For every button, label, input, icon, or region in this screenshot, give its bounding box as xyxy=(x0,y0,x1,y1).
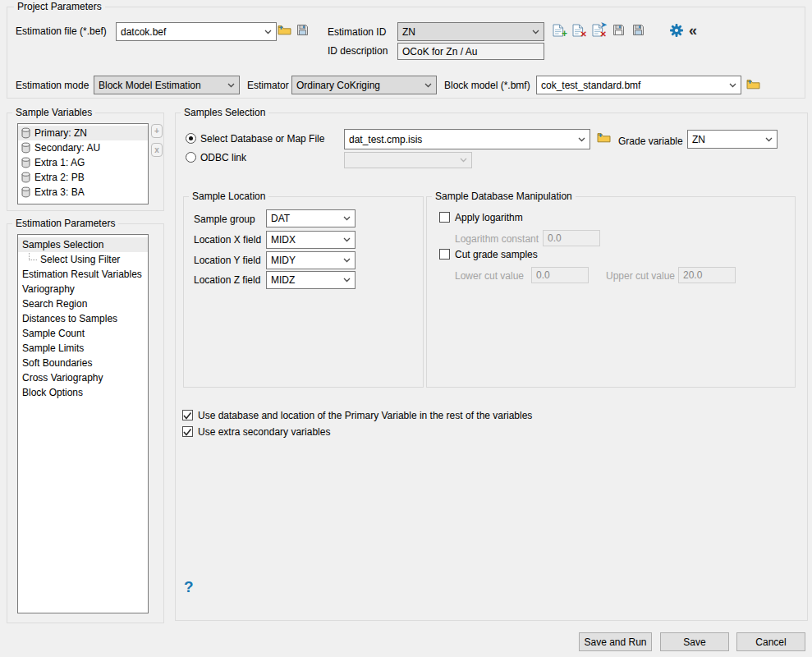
delete-estimation-id-icon[interactable]: ✕ xyxy=(572,24,584,37)
block-model-label: Block model (*.bmf) xyxy=(444,80,530,91)
grade-variable-combo[interactable]: ZN xyxy=(687,130,778,149)
list-item-extra1[interactable]: Extra 1: AG xyxy=(18,155,148,170)
chevron-down-icon[interactable] xyxy=(343,216,351,221)
cut-grade-checkbox[interactable] xyxy=(439,249,450,260)
add-variable-button[interactable]: + xyxy=(151,124,163,138)
chevron-down-icon xyxy=(460,158,467,163)
open-database-folder-icon[interactable] xyxy=(597,131,611,143)
tree-item-select-using-filter[interactable]: Select Using Filter xyxy=(18,252,148,267)
list-item-primary[interactable]: Primary: ZN xyxy=(18,126,148,140)
estimation-file-combo[interactable]: datcok.bef xyxy=(116,22,277,41)
estimator-value: Ordinary CoKriging xyxy=(296,80,380,91)
tree-item-label: Block Options xyxy=(22,387,83,398)
save-id-icon[interactable] xyxy=(612,24,625,36)
list-item-label: Extra 2: PB xyxy=(34,172,85,183)
save-id-as-icon[interactable] xyxy=(632,24,645,36)
id-description-label: ID description xyxy=(328,45,388,57)
sample-db-manipulation-title: Sample Database Manipulation xyxy=(432,191,576,202)
sample-group-label: Sample group xyxy=(194,214,255,225)
database-cylinder-icon xyxy=(21,127,30,139)
tree-item-variography[interactable]: Variography xyxy=(18,282,148,296)
chevron-down-icon[interactable] xyxy=(578,137,585,142)
tree-item-samples-selection[interactable]: Samples Selection xyxy=(18,237,148,252)
lower-cut-label: Lower cut value xyxy=(455,270,524,282)
help-button[interactable]: ? xyxy=(184,578,194,596)
estimator-combo[interactable]: Ordinary CoKriging xyxy=(291,76,437,94)
select-database-radio[interactable] xyxy=(186,133,196,144)
use-extra-secondary-checkbox[interactable] xyxy=(182,426,193,437)
database-cylinder-icon xyxy=(21,142,30,154)
tree-item-distances-to-samples[interactable]: Distances to Samples xyxy=(18,311,148,326)
tree-item-block-options[interactable]: Block Options xyxy=(18,385,148,400)
location-x-combo[interactable]: MIDX xyxy=(266,231,356,249)
open-block-model-folder-icon[interactable] xyxy=(746,78,760,90)
delete-all-estimation-ids-icon[interactable]: ➤ ✕ xyxy=(592,24,603,37)
odbc-link-radio[interactable] xyxy=(186,152,196,163)
chevron-down-icon[interactable] xyxy=(264,30,272,34)
list-item-label: Primary: ZN xyxy=(34,127,87,139)
select-database-radio-label: Select Database or Map File xyxy=(200,133,324,145)
sample-variables-group: Sample Variables Primary: ZN Secondary: … xyxy=(7,113,164,211)
tree-item-label: Distances to Samples xyxy=(22,313,117,324)
tree-item-cross-variography[interactable]: Cross Variography xyxy=(18,370,148,385)
tree-item-label: Select Using Filter xyxy=(40,254,120,265)
use-primary-db-checkbox[interactable] xyxy=(182,410,193,420)
logarithm-constant-field: 0.0 xyxy=(543,230,600,246)
use-extra-secondary-label: Use extra secondary variables xyxy=(198,426,330,438)
chevron-down-icon[interactable] xyxy=(343,278,351,283)
estimation-mode-label: Estimation mode xyxy=(16,80,89,91)
odbc-link-radio-label: ODBC link xyxy=(200,152,246,163)
estimation-mode-value: Block Model Estimation xyxy=(99,80,201,91)
list-item-label: Extra 3: BA xyxy=(34,186,85,198)
logarithm-constant-label: Logarithm constant xyxy=(455,233,539,245)
id-description-field[interactable]: OCoK for Zn / Au xyxy=(397,43,544,60)
save-button[interactable]: Save xyxy=(660,632,729,651)
sample-variables-list[interactable]: Primary: ZN Secondary: AU Extra 1: AG Ex… xyxy=(17,123,149,204)
apply-logarithm-checkbox[interactable] xyxy=(439,212,450,223)
sample-location-group: Sample Location Sample group DAT Locatio… xyxy=(183,196,424,388)
estimator-label: Estimator xyxy=(247,80,289,91)
cancel-button[interactable]: Cancel xyxy=(736,632,805,651)
save-and-run-button[interactable]: Save and Run xyxy=(579,632,652,651)
collapse-chevrons-icon[interactable]: « xyxy=(689,22,695,39)
tree-item-search-region[interactable]: Search Region xyxy=(18,296,148,311)
check-icon xyxy=(183,411,192,420)
tree-item-sample-limits[interactable]: Sample Limits xyxy=(18,341,148,356)
open-folder-icon[interactable] xyxy=(278,24,291,35)
save-file-icon[interactable] xyxy=(296,24,309,36)
tree-item-sample-count[interactable]: Sample Count xyxy=(18,326,148,341)
lower-cut-value: 0.0 xyxy=(536,269,550,281)
logarithm-constant-value: 0.0 xyxy=(548,232,562,244)
tree-item-soft-boundaries[interactable]: Soft Boundaries xyxy=(18,356,148,370)
chevron-down-icon[interactable] xyxy=(729,83,736,88)
list-item-extra3[interactable]: Extra 3: BA xyxy=(18,185,148,200)
project-parameters-group: Project Parameters Estimation file (*.be… xyxy=(7,7,805,99)
sample-db-manipulation-group: Sample Database Manipulation Apply logar… xyxy=(426,196,796,388)
chevron-down-icon[interactable] xyxy=(532,30,539,34)
save-and-run-label: Save and Run xyxy=(584,636,646,648)
block-model-combo[interactable]: cok_test_standard.bmf xyxy=(536,76,741,94)
location-y-combo[interactable]: MIDY xyxy=(266,251,356,269)
list-item-label: Secondary: AU xyxy=(34,142,100,154)
chevron-down-icon[interactable] xyxy=(343,237,351,242)
sample-group-combo[interactable]: DAT xyxy=(266,209,356,227)
list-item-extra2[interactable]: Extra 2: PB xyxy=(18,170,148,185)
location-z-combo[interactable]: MIDZ xyxy=(266,271,356,289)
chevron-down-icon[interactable] xyxy=(765,137,773,142)
chevron-down-icon[interactable] xyxy=(343,258,351,263)
estimation-id-combo[interactable]: ZN xyxy=(397,22,544,41)
tree-item-estimation-result-variables[interactable]: Estimation Result Variables xyxy=(18,267,148,282)
chevron-down-icon[interactable] xyxy=(424,83,432,88)
database-file-combo[interactable]: dat_test.cmp.isis xyxy=(344,129,590,149)
list-item-secondary[interactable]: Secondary: AU xyxy=(18,140,148,155)
estimation-parameters-tree[interactable]: Samples Selection Select Using Filter Es… xyxy=(17,234,149,613)
remove-variable-button[interactable]: x xyxy=(151,143,163,157)
chevron-down-icon[interactable] xyxy=(227,83,235,88)
lower-cut-field: 0.0 xyxy=(531,267,589,283)
add-estimation-id-icon[interactable]: + xyxy=(553,24,564,37)
upper-cut-field: 20.0 xyxy=(678,267,736,283)
estimation-file-value: datcok.bef xyxy=(121,26,166,38)
arrow-badge-icon: ➤ xyxy=(600,21,607,29)
estimation-mode-combo[interactable]: Block Model Estimation xyxy=(94,76,240,94)
settings-gear-icon[interactable] xyxy=(670,24,683,37)
